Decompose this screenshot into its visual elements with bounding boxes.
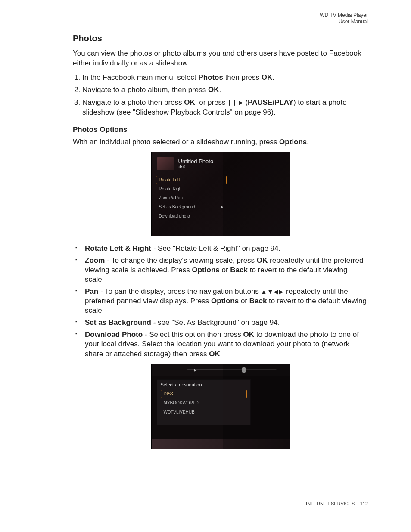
options-intro: With an individual photo selected or a s… <box>73 137 368 147</box>
destination-screenshot: ▶ Select a destination DISK MYBOOKWORLD … <box>151 364 290 449</box>
nav-arrows-icon: ▲▼◀▶ <box>261 288 284 295</box>
page-header: WD TV Media Player User Manual <box>320 12 368 25</box>
thumbs-up-icon <box>178 165 182 168</box>
photo-thumbnail <box>157 157 174 170</box>
bullet-set-background: Set as Background - see "Set As Backgrou… <box>85 318 368 327</box>
header-line-1: WD TV Media Player <box>320 12 368 19</box>
photo-title: Untitled Photo <box>178 158 214 165</box>
bullet-zoom: Zoom - To change the display's viewing s… <box>85 256 368 284</box>
page-footer: INTERNET SERVICES – 112 <box>306 501 368 506</box>
chevron-right-icon: ▸ <box>221 205 224 209</box>
steps-list: In the Facebook main menu, select Photos… <box>73 73 368 118</box>
main-content: Photos You can view the photos or photo … <box>56 34 368 503</box>
dest-mybookworld[interactable]: MYBOOKWORLD <box>161 399 247 407</box>
bullet-download-photo: Download Photo - Select this option then… <box>85 330 368 358</box>
options-list: Rotate Left Rotate Right Zoom & Pan Set … <box>152 174 290 223</box>
option-set-background[interactable]: Set as Background ▸ <box>156 203 227 211</box>
bullet-rotate: Rotate Left & Right - See "Rotate Left &… <box>85 244 368 253</box>
options-heading: Photos Options <box>73 125 368 134</box>
bullet-pan: Pan - To pan the display, press the navi… <box>85 287 368 315</box>
footer-page: 112 <box>360 501 368 506</box>
destination-title: Select a destination <box>161 382 247 387</box>
header-line-2: User Manual <box>320 19 368 25</box>
screenshot-bottom-strip <box>152 439 290 449</box>
option-rotate-left[interactable]: Rotate Left <box>156 176 227 184</box>
options-menu-screenshot: Untitled Photo 0 Rotate Left Rotate Righ… <box>151 152 290 236</box>
destination-panel: Select a destination DISK MYBOOKWORLD WD… <box>157 379 251 425</box>
dest-disk[interactable]: DISK <box>161 390 247 398</box>
pause-play-icon: ❚❚ ▶ <box>227 100 243 106</box>
option-zoom-pan[interactable]: Zoom & Pan <box>156 194 227 202</box>
options-description-list: Rotate Left & Right - See "Rotate Left &… <box>73 244 368 359</box>
screenshot-top-bar: ▶ <box>152 364 290 376</box>
option-download-photo[interactable]: Download photo <box>156 212 227 220</box>
footer-section: INTERNET SERVICES <box>306 501 355 506</box>
option-rotate-right[interactable]: Rotate Right <box>156 185 227 193</box>
photo-subtitle: 0 <box>178 165 214 169</box>
section-title: Photos <box>73 34 368 44</box>
step-2: Navigate to a photo album, then press OK… <box>82 85 368 95</box>
screenshot-header: Untitled Photo 0 <box>152 156 290 174</box>
intro-paragraph: You can view the photos or photo albums … <box>73 49 368 68</box>
progress-track <box>187 369 277 370</box>
step-3: Navigate to a photo then press OK, or pr… <box>82 98 368 118</box>
dest-wdtvlivehub[interactable]: WDTVLIVEHUB <box>161 408 247 416</box>
progress-knob <box>242 367 246 373</box>
step-1: In the Facebook main menu, select Photos… <box>82 73 368 83</box>
